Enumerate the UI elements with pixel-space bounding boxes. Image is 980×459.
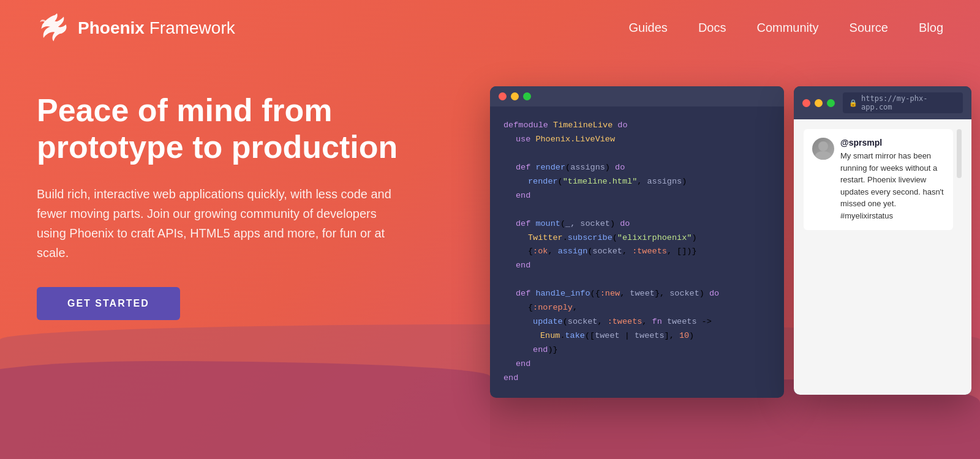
logo[interactable]: Phoenix Framework [37,11,235,45]
browser-titlebar: 🔒 https://my-phx-app.com [794,86,971,119]
nav-item-docs[interactable]: Docs [698,21,726,35]
code-editor-window: defmodule TimelineLive do use Phoenix.Li… [490,86,784,398]
nav-item-guides[interactable]: Guides [629,21,668,35]
browser-content: @sprsmpl My smart mirror has been runnin… [794,119,971,395]
code-line-7 [503,203,771,217]
browser-close-dot [802,99,810,107]
navbar: Phoenix Framework Guides Docs Community … [0,0,980,56]
phoenix-bird-icon [37,11,70,45]
get-started-button[interactable]: GET STARTED [37,287,180,320]
nav-item-community[interactable]: Community [756,21,818,35]
tweet-text: My smart mirror has been running for wee… [840,150,944,222]
code-line-8: def mount(_, socket) do [503,217,771,231]
svg-point-0 [818,141,828,151]
avatar-image [812,138,834,160]
brand-name: Phoenix Framework [78,18,235,38]
tweet-content: @sprsmpl My smart mirror has been runnin… [840,138,944,222]
code-line-4: def render(assigns) do [503,161,771,175]
browser-window: 🔒 https://my-phx-app.com [794,86,971,395]
code-line-14: {:noreply, [503,301,771,315]
nav-link-docs[interactable]: Docs [698,21,726,34]
main-content: Peace of mind from prototype to producti… [0,56,980,398]
nav-link-guides[interactable]: Guides [629,21,668,34]
browser-url-text: https://my-phx-app.com [861,94,957,111]
code-body: defmodule TimelineLive do use Phoenix.Li… [490,106,784,398]
nav-item-blog[interactable]: Blog [919,21,943,35]
code-line-18: end [503,357,771,371]
nav-link-blog[interactable]: Blog [919,21,943,34]
svg-point-1 [815,151,831,160]
code-line-5: render("timeline.html", assigns) [503,175,771,189]
window-maximize-dot [523,92,531,100]
hero-section: Peace of mind from prototype to producti… [37,80,453,320]
code-line-6: end [503,189,771,203]
code-line-15: update(socket, :tweets, fn tweets -> [503,315,771,329]
window-close-dot [499,92,507,100]
lock-icon: 🔒 [849,99,858,107]
hero-description: Build rich, interactive web applications… [37,184,404,263]
code-line-16: Enum.take([tweet | tweets], 10) [503,329,771,343]
browser-url-bar[interactable]: 🔒 https://my-phx-app.com [843,92,963,113]
code-line-1: defmodule TimelineLive do [503,119,771,133]
code-window-titlebar [490,86,784,106]
hero-title: Peace of mind from prototype to producti… [37,92,453,166]
code-line-17: end)} [503,343,771,357]
code-line-10: {:ok, assign(socket, :tweets, [])} [503,245,771,259]
code-line-11: end [503,259,771,273]
demo-windows: defmodule TimelineLive do use Phoenix.Li… [490,80,943,398]
tweet-username: @sprsmpl [840,138,944,147]
code-line-2: use Phoenix.LiveView [503,133,771,147]
nav-link-source[interactable]: Source [850,21,888,34]
code-line-3 [503,147,771,161]
scrollbar[interactable] [957,129,962,178]
nav-links: Guides Docs Community Source Blog [629,21,944,35]
code-line-19: end [503,371,771,386]
browser-maximize-dot [827,99,835,107]
code-line-9: Twitter.subscribe("elixirphoenix") [503,231,771,245]
nav-item-source[interactable]: Source [850,21,888,35]
avatar [812,138,834,160]
code-line-12 [503,273,771,287]
browser-minimize-dot [815,99,823,107]
tweet-card: @sprsmpl My smart mirror has been runnin… [804,129,953,230]
code-line-13: def handle_info({:new, tweet}, socket) d… [503,287,771,301]
nav-link-community[interactable]: Community [756,21,818,34]
window-minimize-dot [511,92,519,100]
